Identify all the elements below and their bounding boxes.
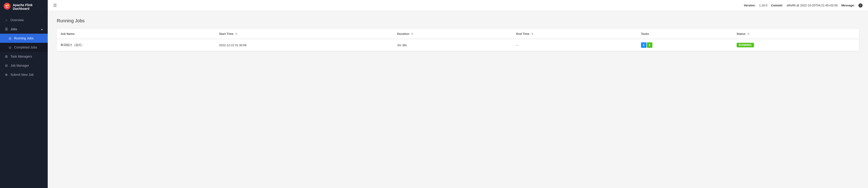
message-label: Message: [841,4,855,7]
running-jobs-table: Job Name Start Time ⇅ Duration ⇅ End Tim… [57,29,859,51]
duration-sort-icon: ⇅ [411,32,413,35]
status-sort-icon: ⇅ [747,32,749,35]
running-jobs-icon: ◎ [8,36,12,40]
col-status-label: Status [737,32,746,35]
col-job-name-label: Job Name [60,32,74,35]
sidebar-item-overview[interactable]: ○ Overview [0,16,48,25]
table-row[interactable]: 单词统计（流式） 2022-12-22 01:30:08 3m 38s – 2 … [57,39,859,51]
col-job-name[interactable]: Job Name [57,29,215,39]
svg-point-2 [5,5,7,6]
topbar-left: ☰ [53,3,57,8]
tasks-badge-blue: 2 [641,42,647,48]
sidebar: Apache Flink Dashboard ○ Overview ☰ Jobs… [0,0,48,188]
tasks-cell: 2 2 [638,39,733,51]
tasks-badges: 2 2 [641,42,730,48]
jobs-expand-icon: ▲ [41,28,43,30]
jobs-table-container: Job Name Start Time ⇅ Duration ⇅ End Tim… [57,29,859,51]
svg-point-3 [7,4,9,6]
table-body: 单词统计（流式） 2022-12-22 01:30:08 3m 38s – 2 … [57,39,859,51]
col-tasks: Tasks [638,29,733,39]
end-time-sort-icon: ⇅ [531,32,533,35]
content-area: Running Jobs Job Name Start Time ⇅ Durat… [48,11,868,188]
sidebar-item-job-manager[interactable]: ⊟ Job Manager [0,61,48,70]
version-value: 1.16.0 [759,4,767,7]
commit-label: Commit: [771,4,783,7]
topbar-right: Version: 1.16.0 Commit: af6eff8 @ 2022-1… [744,3,863,7]
col-start-time-label: Start Time [219,32,234,35]
col-duration[interactable]: Duration ⇅ [394,29,513,39]
sidebar-title: Apache Flink Dashboard [13,3,44,10]
overview-icon: ○ [4,18,8,22]
jobs-icon: ☰ [4,27,8,31]
sidebar-nav: ○ Overview ☰ Jobs ▲ ◎ Running Jobs ◎ Com… [0,14,48,188]
col-end-time-label: End Time [516,32,529,35]
message-badge: 0 [859,3,863,7]
sidebar-item-submit-new-job-label: Submit New Job [10,73,34,77]
job-manager-icon: ⊟ [4,64,8,68]
status-badge: RUNNING [737,43,754,47]
col-status[interactable]: Status ⇅ [733,29,859,39]
sidebar-logo [4,3,10,11]
sidebar-item-jobs-label: Jobs [10,27,17,31]
tasks-badge-green: 2 [647,42,652,48]
menu-icon[interactable]: ☰ [53,3,57,8]
status-cell: RUNNING [733,39,859,51]
sidebar-item-overview-label: Overview [10,18,24,22]
sidebar-submenu-jobs: ◎ Running Jobs ◎ Completed Jobs [0,34,48,52]
sidebar-item-completed-jobs[interactable]: ◎ Completed Jobs [0,43,48,52]
start-time-cell: 2022-12-22 01:30:08 [215,39,394,51]
duration-cell: 3m 38s [394,39,513,51]
table-header: Job Name Start Time ⇅ Duration ⇅ End Tim… [57,29,859,39]
sidebar-item-jobs[interactable]: ☰ Jobs ▲ [0,25,48,34]
commit-value: af6eff8 @ 2022-10-20T04:21:45+02:00 [787,4,838,7]
job-name-cell: 单词统计（流式） [57,39,215,51]
col-tasks-label: Tasks [641,32,649,35]
completed-jobs-icon: ◎ [8,46,12,49]
end-time-cell: – [513,39,638,51]
sidebar-item-running-jobs-label: Running Jobs [14,36,34,40]
col-duration-label: Duration [397,32,409,35]
sidebar-item-running-jobs[interactable]: ◎ Running Jobs [0,34,48,43]
sidebar-item-job-manager-label: Job Manager [10,64,29,68]
task-managers-icon: ⊞ [4,55,8,58]
sidebar-header: Apache Flink Dashboard [0,0,48,14]
topbar: ☰ Version: 1.16.0 Commit: af6eff8 @ 2022… [48,0,868,11]
submit-job-icon: ⊕ [4,73,8,77]
sidebar-item-completed-jobs-label: Completed Jobs [14,46,37,49]
main-area: ☰ Version: 1.16.0 Commit: af6eff8 @ 2022… [48,0,868,188]
sidebar-item-task-managers[interactable]: ⊞ Task Managers [0,52,48,61]
col-end-time[interactable]: End Time ⇅ [513,29,638,39]
version-label: Version: [744,4,755,7]
start-time-sort-icon: ⇅ [235,32,237,35]
page-title: Running Jobs [57,18,859,23]
col-start-time[interactable]: Start Time ⇅ [215,29,394,39]
sidebar-item-submit-new-job[interactable]: ⊕ Submit New Job [0,70,48,79]
sidebar-item-task-managers-label: Task Managers [10,55,32,58]
